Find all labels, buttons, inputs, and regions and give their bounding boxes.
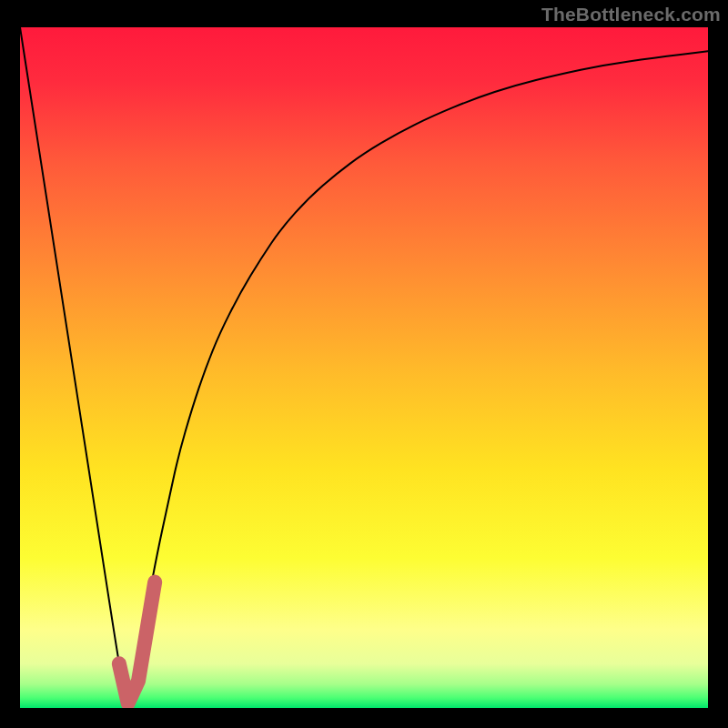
chart-svg <box>20 27 708 708</box>
plot-area <box>20 27 708 708</box>
image-frame: TheBottleneck.com <box>0 0 728 728</box>
watermark-text: TheBottleneck.com <box>541 4 721 25</box>
gradient-background <box>20 27 708 708</box>
